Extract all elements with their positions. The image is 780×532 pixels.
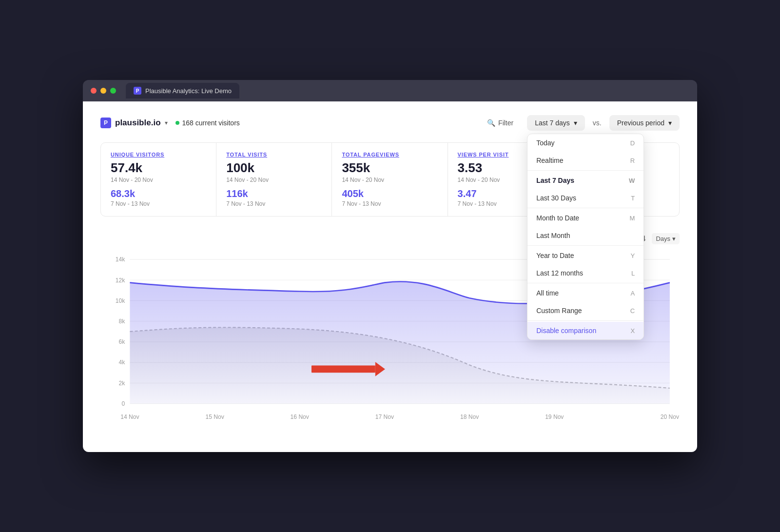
shortcut-yeartodate: Y <box>631 252 635 259</box>
dropdown-label-customrange: Custom Range <box>536 307 582 315</box>
stat-prev-period-total-pageviews: 7 Nov - 13 Nov <box>342 200 437 207</box>
shortcut-alltime: A <box>631 290 635 297</box>
dropdown-label-yeartodate: Year to Date <box>536 252 574 259</box>
svg-text:2k: 2k <box>119 379 126 386</box>
period-dropdown-menu: Today D Realtime R Last 7 Days W Last 30… <box>527 134 644 340</box>
stat-prev-unique-visitors: 68.3k <box>111 188 206 199</box>
compare-current: Previous period <box>617 119 664 127</box>
logo-text: plausible.io <box>115 118 161 128</box>
dropdown-label-alltime: All time <box>536 289 559 297</box>
stat-prev-total-visits: 116k <box>226 188 322 199</box>
dropdown-item-realtime[interactable]: Realtime R <box>527 152 644 169</box>
separator-1 <box>527 170 644 171</box>
dropdown-item-last7days[interactable]: Last 7 Days W <box>527 172 644 189</box>
dropdown-label-disable-comparison: Disable comparison <box>536 327 596 335</box>
svg-text:16 Nov: 16 Nov <box>291 414 310 420</box>
days-chevron-icon: ▾ <box>672 235 676 242</box>
top-bar: P plausible.io ▾ 168 current visitors 🔍 … <box>100 115 680 131</box>
svg-text:17 Nov: 17 Nov <box>375 414 394 420</box>
dropdown-label-realtime: Realtime <box>536 157 563 164</box>
visitors-badge: 168 current visitors <box>176 119 240 127</box>
logo-area[interactable]: P plausible.io ▾ <box>100 118 168 128</box>
stat-prev-total-pageviews: 405k <box>342 188 437 199</box>
close-button[interactable] <box>91 88 97 94</box>
live-indicator <box>176 121 179 125</box>
stat-value-unique-visitors: 57.4k <box>111 160 206 176</box>
svg-text:18 Nov: 18 Nov <box>460 414 479 420</box>
titlebar: P Plausible Analytics: Live Demo <box>83 80 697 101</box>
stat-value-total-visits: 100k <box>226 160 322 176</box>
shortcut-disable-comparison: X <box>631 327 635 335</box>
dropdown-item-last12months[interactable]: Last 12 months L <box>527 264 644 282</box>
svg-text:14 Nov: 14 Nov <box>120 414 139 420</box>
shortcut-last30days: T <box>631 195 635 202</box>
dropdown-item-lastmonth[interactable]: Last Month <box>527 227 644 244</box>
svg-text:12k: 12k <box>116 276 125 283</box>
separator-5 <box>527 320 644 321</box>
svg-text:6k: 6k <box>119 338 126 345</box>
svg-text:8k: 8k <box>119 318 126 325</box>
filter-button[interactable]: 🔍 Filter <box>481 116 519 130</box>
dropdown-label-monthtodate: Month to Date <box>536 214 579 222</box>
period-selector: Last 7 days ▾ Today D Realtime R Las <box>527 115 585 131</box>
period-current: Last 7 days <box>535 119 570 127</box>
stat-prev-period-unique-visitors: 7 Nov - 13 Nov <box>111 200 206 207</box>
svg-text:10k: 10k <box>116 297 125 304</box>
stat-prev-period-total-visits: 7 Nov - 13 Nov <box>226 200 322 207</box>
stat-value-total-pageviews: 355k <box>342 160 437 176</box>
dropdown-label-last30days: Last 30 Days <box>536 194 576 202</box>
shortcut-today: D <box>630 139 635 147</box>
stat-label-total-pageviews[interactable]: TOTAL PAGEVIEWS <box>342 152 437 158</box>
dropdown-label-last7days: Last 7 Days <box>536 177 574 184</box>
vs-label: vs. <box>593 119 602 127</box>
tab-favicon: P <box>134 87 141 95</box>
filter-label: Filter <box>498 119 513 127</box>
dropdown-item-disable-comparison[interactable]: Disable comparison X <box>527 322 644 339</box>
days-label: Days <box>656 235 670 242</box>
stat-period-total-visits: 14 Nov - 20 Nov <box>226 177 322 183</box>
svg-text:0: 0 <box>122 400 125 407</box>
stat-label-total-visits[interactable]: TOTAL VISITS <box>226 152 322 158</box>
svg-text:20 Nov: 20 Nov <box>661 414 680 420</box>
shortcut-last12months: L <box>631 270 635 277</box>
dropdown-item-monthtodate[interactable]: Month to Date M <box>527 209 644 227</box>
svg-text:15 Nov: 15 Nov <box>205 414 224 420</box>
days-selector-button[interactable]: Days ▾ <box>652 233 680 244</box>
dropdown-label-today: Today <box>536 139 554 147</box>
period-dropdown-button[interactable]: Last 7 days ▾ <box>527 115 585 131</box>
window-frame: P Plausible Analytics: Live Demo P plaus… <box>83 80 697 452</box>
stat-period-unique-visitors: 14 Nov - 20 Nov <box>111 177 206 183</box>
shortcut-monthtodate: M <box>629 215 635 222</box>
dropdown-item-today[interactable]: Today D <box>527 134 644 152</box>
dropdown-item-last30days[interactable]: Last 30 Days T <box>527 189 644 207</box>
logo-chevron-icon[interactable]: ▾ <box>165 119 168 126</box>
dropdown-item-customrange[interactable]: Custom Range C <box>527 302 644 319</box>
stat-period-total-pageviews: 14 Nov - 20 Nov <box>342 177 437 183</box>
stat-card-total-visits: TOTAL VISITS 100k 14 Nov - 20 Nov 116k 7… <box>216 143 332 216</box>
svg-text:4k: 4k <box>119 359 126 366</box>
search-icon: 🔍 <box>487 119 495 127</box>
shortcut-last7days: W <box>629 177 635 184</box>
separator-3 <box>527 245 644 246</box>
stat-label-unique-visitors[interactable]: UNIQUE VISITORS <box>111 152 206 158</box>
tab-title: Plausible Analytics: Live Demo <box>145 87 232 95</box>
stat-card-total-pageviews: TOTAL PAGEVIEWS 355k 14 Nov - 20 Nov 405… <box>332 143 448 216</box>
shortcut-realtime: R <box>630 157 635 164</box>
dropdown-label-last12months: Last 12 months <box>536 269 583 277</box>
maximize-button[interactable] <box>110 88 116 94</box>
period-chevron-icon: ▾ <box>574 119 577 127</box>
minimize-button[interactable] <box>100 88 106 94</box>
tab-area: P Plausible Analytics: Live Demo <box>126 83 239 99</box>
svg-rect-23 <box>312 366 375 373</box>
shortcut-customrange: C <box>630 307 635 315</box>
svg-text:14k: 14k <box>116 256 125 263</box>
browser-tab[interactable]: P Plausible Analytics: Live Demo <box>126 83 239 99</box>
stat-card-unique-visitors: UNIQUE VISITORS 57.4k 14 Nov - 20 Nov 68… <box>101 143 216 216</box>
dropdown-item-alltime[interactable]: All time A <box>527 284 644 302</box>
logo-icon: P <box>100 118 111 128</box>
dropdown-label-lastmonth: Last Month <box>536 232 570 239</box>
main-content: P plausible.io ▾ 168 current visitors 🔍 … <box>83 101 697 452</box>
svg-text:19 Nov: 19 Nov <box>545 414 564 420</box>
dropdown-item-yeartodate[interactable]: Year to Date Y <box>527 247 644 264</box>
compare-button[interactable]: Previous period ▾ <box>609 115 680 131</box>
